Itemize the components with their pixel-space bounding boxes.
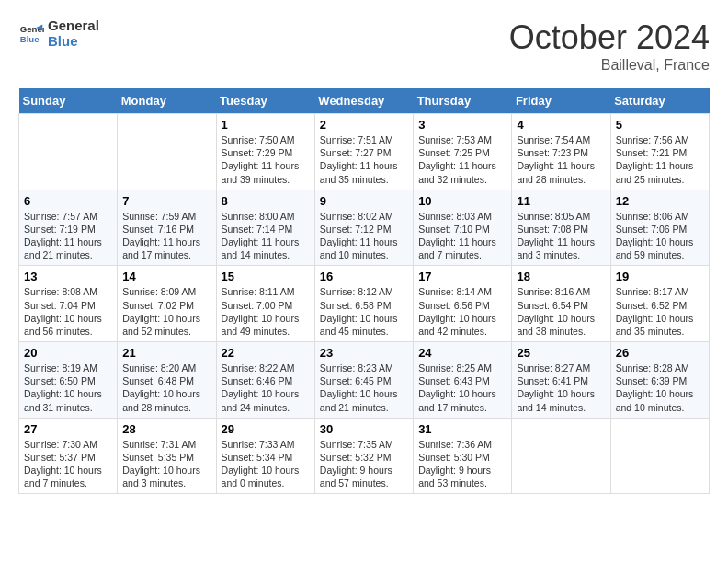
day-info: Sunrise: 8:28 AMSunset: 6:39 PMDaylight:… xyxy=(616,362,704,414)
day-info: Sunrise: 8:27 AMSunset: 6:41 PMDaylight:… xyxy=(517,362,605,414)
svg-text:Blue: Blue xyxy=(20,33,40,43)
day-cell xyxy=(19,114,118,190)
day-cell: 20Sunrise: 8:19 AMSunset: 6:50 PMDayligh… xyxy=(19,342,118,419)
day-cell: 5Sunrise: 7:56 AMSunset: 7:21 PMDaylight… xyxy=(610,114,709,190)
day-number: 21 xyxy=(122,346,210,360)
day-number: 18 xyxy=(517,270,605,283)
day-info: Sunrise: 8:20 AMSunset: 6:48 PMDaylight:… xyxy=(122,362,210,414)
day-number: 12 xyxy=(616,194,704,208)
day-cell: 16Sunrise: 8:12 AMSunset: 6:58 PMDayligh… xyxy=(314,266,413,342)
day-cell: 22Sunrise: 8:22 AMSunset: 6:46 PMDayligh… xyxy=(216,342,314,419)
logo-line1: General xyxy=(48,18,99,34)
title-block: October 2024 Bailleval, France xyxy=(509,18,710,74)
day-number: 2 xyxy=(320,118,408,132)
logo-line2: Blue xyxy=(48,34,99,50)
logo-icon: General Blue xyxy=(18,21,44,47)
day-number: 19 xyxy=(616,270,704,283)
day-info: Sunrise: 8:17 AMSunset: 6:52 PMDaylight:… xyxy=(616,285,704,338)
day-cell: 4Sunrise: 7:54 AMSunset: 7:23 PMDaylight… xyxy=(512,114,610,190)
day-cell: 10Sunrise: 8:03 AMSunset: 7:10 PMDayligh… xyxy=(414,190,512,266)
day-cell: 28Sunrise: 7:31 AMSunset: 5:35 PMDayligh… xyxy=(118,418,216,494)
day-info: Sunrise: 8:22 AMSunset: 6:46 PMDaylight:… xyxy=(222,362,310,414)
day-number: 8 xyxy=(222,194,310,208)
day-cell: 7Sunrise: 7:59 AMSunset: 7:16 PMDaylight… xyxy=(118,190,216,266)
day-number: 16 xyxy=(320,270,408,283)
day-info: Sunrise: 8:09 AMSunset: 7:02 PMDaylight:… xyxy=(122,285,210,338)
day-number: 9 xyxy=(320,194,408,208)
day-cell: 29Sunrise: 7:33 AMSunset: 5:34 PMDayligh… xyxy=(216,418,314,494)
calendar-header-row: SundayMondayTuesdayWednesdayThursdayFrid… xyxy=(19,88,710,114)
week-row-2: 13Sunrise: 8:08 AMSunset: 7:04 PMDayligh… xyxy=(19,266,710,342)
day-cell: 19Sunrise: 8:17 AMSunset: 6:52 PMDayligh… xyxy=(610,266,709,342)
day-info: Sunrise: 8:14 AMSunset: 6:56 PMDaylight:… xyxy=(418,285,506,338)
day-cell: 24Sunrise: 8:25 AMSunset: 6:43 PMDayligh… xyxy=(414,342,512,419)
day-cell: 15Sunrise: 8:11 AMSunset: 7:00 PMDayligh… xyxy=(216,266,314,342)
day-info: Sunrise: 8:25 AMSunset: 6:43 PMDaylight:… xyxy=(418,362,506,414)
day-info: Sunrise: 7:54 AMSunset: 7:23 PMDaylight:… xyxy=(517,133,605,186)
day-number: 30 xyxy=(320,422,408,436)
day-number: 14 xyxy=(122,270,210,283)
day-cell: 23Sunrise: 8:23 AMSunset: 6:45 PMDayligh… xyxy=(314,342,413,419)
header-friday: Friday xyxy=(512,88,610,114)
day-info: Sunrise: 8:06 AMSunset: 7:06 PMDaylight:… xyxy=(616,210,704,262)
header-tuesday: Tuesday xyxy=(216,88,314,114)
week-row-3: 20Sunrise: 8:19 AMSunset: 6:50 PMDayligh… xyxy=(19,342,710,419)
day-info: Sunrise: 7:51 AMSunset: 7:27 PMDaylight:… xyxy=(320,133,408,186)
day-info: Sunrise: 7:53 AMSunset: 7:25 PMDaylight:… xyxy=(418,133,506,186)
week-row-1: 6Sunrise: 7:57 AMSunset: 7:19 PMDaylight… xyxy=(19,190,710,266)
day-info: Sunrise: 7:57 AMSunset: 7:19 PMDaylight:… xyxy=(24,210,112,262)
day-cell: 27Sunrise: 7:30 AMSunset: 5:37 PMDayligh… xyxy=(19,418,118,494)
day-number: 13 xyxy=(24,270,112,283)
day-cell xyxy=(512,418,610,494)
day-number: 20 xyxy=(24,346,112,360)
day-number: 25 xyxy=(517,346,605,360)
day-number: 10 xyxy=(418,194,506,208)
header-sunday: Sunday xyxy=(19,88,118,114)
day-number: 23 xyxy=(320,346,408,360)
day-number: 29 xyxy=(222,422,310,436)
day-cell: 30Sunrise: 7:35 AMSunset: 5:32 PMDayligh… xyxy=(314,418,413,494)
header-thursday: Thursday xyxy=(414,88,512,114)
day-info: Sunrise: 8:23 AMSunset: 6:45 PMDaylight:… xyxy=(320,362,408,414)
calendar-table: SundayMondayTuesdayWednesdayThursdayFrid… xyxy=(18,88,710,494)
day-number: 26 xyxy=(616,346,704,360)
week-row-4: 27Sunrise: 7:30 AMSunset: 5:37 PMDayligh… xyxy=(19,418,710,494)
day-cell xyxy=(118,114,216,190)
day-cell: 17Sunrise: 8:14 AMSunset: 6:56 PMDayligh… xyxy=(414,266,512,342)
day-cell: 14Sunrise: 8:09 AMSunset: 7:02 PMDayligh… xyxy=(118,266,216,342)
day-cell: 25Sunrise: 8:27 AMSunset: 6:41 PMDayligh… xyxy=(512,342,610,419)
logo: General Blue General Blue xyxy=(18,18,99,49)
day-info: Sunrise: 7:59 AMSunset: 7:16 PMDaylight:… xyxy=(122,210,210,262)
day-cell: 26Sunrise: 8:28 AMSunset: 6:39 PMDayligh… xyxy=(610,342,709,419)
location: Bailleval, France xyxy=(509,57,710,74)
header-saturday: Saturday xyxy=(610,88,709,114)
day-info: Sunrise: 8:00 AMSunset: 7:14 PMDaylight:… xyxy=(222,210,310,262)
day-cell: 12Sunrise: 8:06 AMSunset: 7:06 PMDayligh… xyxy=(610,190,709,266)
header-wednesday: Wednesday xyxy=(314,88,413,114)
page-header: General Blue General Blue October 2024 B… xyxy=(18,18,710,74)
day-info: Sunrise: 8:02 AMSunset: 7:12 PMDaylight:… xyxy=(320,210,408,262)
day-info: Sunrise: 8:16 AMSunset: 6:54 PMDaylight:… xyxy=(517,285,605,338)
day-cell: 3Sunrise: 7:53 AMSunset: 7:25 PMDaylight… xyxy=(414,114,512,190)
day-number: 28 xyxy=(122,422,210,436)
day-number: 15 xyxy=(222,270,310,283)
header-monday: Monday xyxy=(118,88,216,114)
day-number: 22 xyxy=(222,346,310,360)
day-number: 7 xyxy=(122,194,210,208)
day-info: Sunrise: 7:31 AMSunset: 5:35 PMDaylight:… xyxy=(122,438,210,490)
day-cell: 1Sunrise: 7:50 AMSunset: 7:29 PMDaylight… xyxy=(216,114,314,190)
week-row-0: 1Sunrise: 7:50 AMSunset: 7:29 PMDaylight… xyxy=(19,114,710,190)
day-info: Sunrise: 7:56 AMSunset: 7:21 PMDaylight:… xyxy=(616,133,704,186)
day-number: 17 xyxy=(418,270,506,283)
day-info: Sunrise: 8:08 AMSunset: 7:04 PMDaylight:… xyxy=(24,285,112,338)
month-title: October 2024 xyxy=(509,18,710,57)
day-cell: 31Sunrise: 7:36 AMSunset: 5:30 PMDayligh… xyxy=(414,418,512,494)
day-cell: 8Sunrise: 8:00 AMSunset: 7:14 PMDaylight… xyxy=(216,190,314,266)
day-number: 11 xyxy=(517,194,605,208)
day-info: Sunrise: 8:11 AMSunset: 7:00 PMDaylight:… xyxy=(222,285,310,338)
day-number: 5 xyxy=(616,118,704,132)
day-info: Sunrise: 8:19 AMSunset: 6:50 PMDaylight:… xyxy=(24,362,112,414)
day-number: 4 xyxy=(517,118,605,132)
day-info: Sunrise: 8:03 AMSunset: 7:10 PMDaylight:… xyxy=(418,210,506,262)
day-cell: 13Sunrise: 8:08 AMSunset: 7:04 PMDayligh… xyxy=(19,266,118,342)
